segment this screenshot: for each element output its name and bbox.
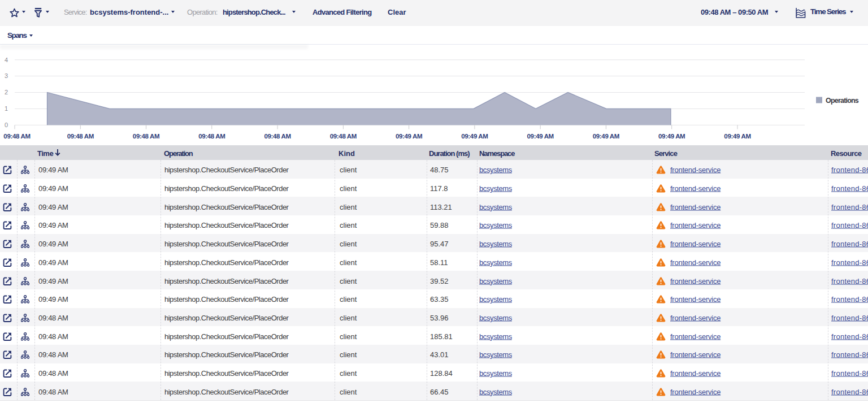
svg-text:09:48 AM: 09:48 AM: [264, 133, 290, 140]
svg-text:09:49 AM: 09:49 AM: [527, 133, 554, 140]
svg-text:2: 2: [5, 89, 8, 96]
svg-text:1: 1: [5, 105, 8, 112]
svg-text:09:48 AM: 09:48 AM: [198, 133, 225, 140]
svg-text:3: 3: [5, 72, 8, 79]
svg-text:09:48 AM: 09:48 AM: [3, 133, 30, 140]
svg-text:09:49 AM: 09:49 AM: [593, 133, 619, 140]
svg-text:09:49 AM: 09:49 AM: [658, 133, 685, 140]
svg-text:09:49 AM: 09:49 AM: [461, 133, 488, 140]
svg-text:09:48 AM: 09:48 AM: [133, 133, 159, 140]
svg-text:09:49 AM: 09:49 AM: [724, 133, 750, 140]
svg-text:0: 0: [5, 122, 8, 128]
svg-text:4: 4: [5, 57, 8, 63]
svg-text:09:49 AM: 09:49 AM: [396, 133, 422, 140]
svg-text:09:48 AM: 09:48 AM: [67, 133, 94, 140]
svg-text:Operations: Operations: [826, 97, 859, 105]
svg-text:09:48 AM: 09:48 AM: [330, 133, 357, 140]
